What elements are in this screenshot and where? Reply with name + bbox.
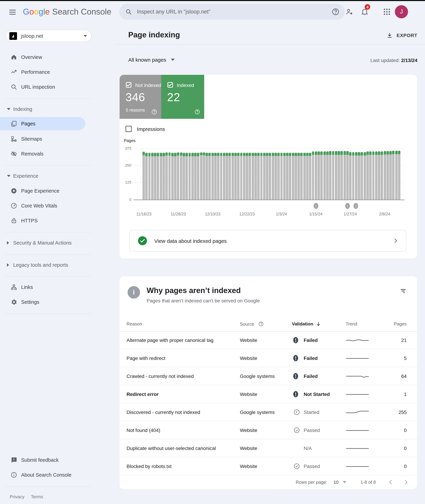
sidebar-item-url-inspection[interactable]: URL inspection: [0, 79, 97, 94]
export-button[interactable]: EXPORT: [386, 32, 417, 39]
chart-bar[interactable]: [226, 148, 228, 200]
chart-bar[interactable]: [346, 148, 349, 200]
chart-bar[interactable]: [358, 148, 360, 200]
reason-cell[interactable]: Not found (404): [126, 427, 160, 433]
table-row[interactable]: Alternate page with proper canonical tag…: [120, 331, 417, 349]
chart-bar[interactable]: [180, 148, 182, 200]
help-icon[interactable]: [194, 109, 200, 115]
chart-bar[interactable]: [174, 148, 176, 200]
chart-bar[interactable]: [395, 148, 398, 200]
chart-bar[interactable]: [269, 148, 271, 200]
chart-bar[interactable]: [352, 148, 354, 200]
column-header-trend[interactable]: Trend: [346, 321, 357, 326]
sidebar-item-removals[interactable]: Removals: [0, 146, 97, 161]
chart-bar[interactable]: [203, 148, 205, 200]
chart-bar[interactable]: [386, 148, 389, 200]
chart-bar[interactable]: [188, 148, 191, 200]
chart-bar[interactable]: [323, 148, 326, 200]
column-header-source[interactable]: Source: [240, 321, 264, 327]
chart-bar[interactable]: [171, 148, 174, 200]
chart-bar[interactable]: [166, 148, 168, 200]
chart-bar[interactable]: [240, 148, 242, 200]
account-avatar[interactable]: J: [395, 5, 408, 18]
chart-bar[interactable]: [234, 148, 237, 200]
chart-bar[interactable]: [398, 148, 400, 200]
chart-bar[interactable]: [223, 148, 225, 200]
chart-bar[interactable]: [183, 148, 185, 200]
help-icon[interactable]: [151, 109, 157, 115]
chart-bar[interactable]: [295, 148, 297, 200]
sidebar-item-settings[interactable]: Settings: [0, 294, 97, 309]
chart-bar[interactable]: [289, 148, 291, 200]
chart-bar[interactable]: [332, 148, 334, 200]
chart-bar[interactable]: [197, 148, 199, 200]
table-row[interactable]: Blocked by robots.txtWebsitePassed0: [120, 457, 417, 475]
chart-bar[interactable]: [318, 148, 320, 200]
chart-bar[interactable]: [283, 148, 286, 200]
chart-bar[interactable]: [343, 148, 346, 200]
rows-per-page-value[interactable]: 10: [333, 480, 339, 485]
chart-bar[interactable]: [355, 148, 357, 200]
app-logo[interactable]: GoogleSearch Console: [23, 7, 111, 17]
reason-cell[interactable]: Alternate page with proper canonical tag: [126, 337, 213, 343]
sidebar-item-pages[interactable]: Pages: [0, 117, 85, 130]
reason-cell[interactable]: Duplicate without user-selected canonica…: [126, 445, 216, 451]
chart-bar[interactable]: [160, 148, 162, 200]
page-scope-dropdown[interactable]: All known pages: [128, 57, 175, 63]
chart-bar[interactable]: [214, 148, 217, 200]
chart-bar[interactable]: [157, 148, 159, 200]
chart-bar[interactable]: [292, 148, 294, 200]
chart-bar[interactable]: [217, 148, 219, 200]
chart-bar[interactable]: [280, 148, 283, 200]
reason-cell[interactable]: Page with redirect: [126, 355, 165, 361]
property-selector[interactable]: jsloop.net: [6, 30, 92, 42]
chart-bar[interactable]: [194, 148, 197, 200]
chart-bar[interactable]: [246, 148, 248, 200]
reason-cell[interactable]: Discovered - currently not indexed: [126, 409, 200, 415]
chart-bar[interactable]: [168, 148, 171, 200]
column-header-reason[interactable]: Reason: [126, 321, 142, 326]
chart-bar[interactable]: [378, 148, 380, 200]
sidebar-item-performance[interactable]: Performance: [0, 65, 97, 79]
chart-bar[interactable]: [257, 148, 260, 200]
menu-icon[interactable]: [8, 8, 17, 16]
table-row[interactable]: Not found (404)WebsitePassed0: [120, 421, 417, 439]
google-apps-grid-icon[interactable]: [383, 8, 391, 16]
chart-bar[interactable]: [329, 148, 332, 200]
chart-bar[interactable]: [229, 148, 231, 200]
chart-bar[interactable]: [306, 148, 309, 200]
chart-bar[interactable]: [154, 148, 156, 200]
chart-bar[interactable]: [243, 148, 246, 200]
help-icon[interactable]: [332, 8, 340, 16]
chart-bar[interactable]: [338, 148, 340, 200]
chart-bar[interactable]: [364, 148, 366, 200]
sidebar-item-page-experience[interactable]: Page Experience: [0, 183, 97, 198]
legal-link-terms[interactable]: Terms: [31, 494, 43, 499]
table-row[interactable]: Page with redirectWebsiteFailed5: [120, 349, 417, 367]
column-header-validation-sorted[interactable]: Validation: [292, 321, 321, 326]
chart-bar[interactable]: [384, 148, 386, 200]
chart-bar[interactable]: [298, 148, 300, 200]
chart-annotation-marker[interactable]: 1: [313, 203, 318, 209]
chart-bar[interactable]: [249, 148, 251, 200]
chart-bar[interactable]: [303, 148, 306, 200]
sidebar-item-https[interactable]: HTTPS: [0, 213, 97, 228]
chart-bar[interactable]: [163, 148, 165, 200]
sidebar-section-indexing[interactable]: Indexing: [0, 102, 97, 116]
chart-annotation-marker[interactable]: 1: [345, 203, 350, 209]
chart-bar[interactable]: [200, 148, 202, 200]
chart-bar[interactable]: [208, 148, 211, 200]
indexed-card[interactable]: Indexed 22: [161, 75, 204, 119]
sidebar-item-core-web-vitals[interactable]: Core Web Vitals: [0, 198, 97, 213]
chart-annotation-marker[interactable]: 1: [354, 203, 358, 209]
chart-bar[interactable]: [148, 148, 151, 200]
chart-bar[interactable]: [315, 148, 317, 200]
chart-bar[interactable]: [389, 148, 392, 200]
chart-bar[interactable]: [369, 148, 372, 200]
chart-bar[interactable]: [309, 148, 312, 200]
reason-cell[interactable]: Blocked by robots.txt: [126, 463, 172, 469]
filter-icon[interactable]: [399, 287, 407, 295]
chart-bar[interactable]: [300, 148, 303, 200]
sidebar-item-sitemaps[interactable]: Sitemaps: [0, 131, 97, 146]
chart-bar[interactable]: [212, 148, 214, 200]
